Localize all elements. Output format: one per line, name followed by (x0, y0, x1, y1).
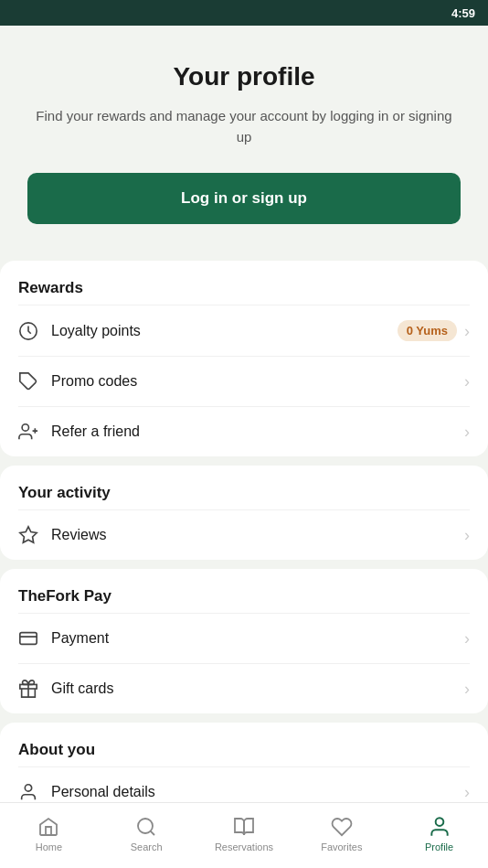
nav-item-home[interactable]: Home (0, 803, 98, 868)
payment-label: Payment (51, 630, 109, 647)
search-icon (134, 815, 158, 839)
svg-rect-6 (20, 633, 37, 645)
refer-friend-label: Refer a friend (51, 423, 140, 440)
thefork-pay-card: TheFork Pay Payment › (0, 569, 488, 713)
reviews-label: Reviews (51, 527, 106, 543)
nav-item-favorites[interactable]: Favorites (292, 803, 390, 868)
content-scroll: Your profile Find your rewards and manag… (0, 26, 488, 868)
hero-subtitle: Find your rewards and manage your accoun… (27, 106, 461, 147)
home-icon (37, 815, 60, 839)
search-nav-label: Search (131, 841, 163, 852)
reviews-icon (18, 525, 38, 545)
home-nav-label: Home (36, 841, 62, 852)
yums-badge: 0 Yums (398, 320, 457, 341)
promo-codes-item[interactable]: Promo codes › (18, 356, 470, 406)
profile-icon (428, 815, 451, 839)
gift-icon (18, 679, 38, 699)
reservations-nav-label: Reservations (215, 841, 273, 852)
reviews-item[interactable]: Reviews › (18, 509, 470, 560)
svg-point-2 (22, 424, 28, 431)
nav-item-profile[interactable]: Profile (390, 803, 488, 868)
rewards-section-label: Rewards (18, 261, 470, 305)
personal-details-label: Personal details (51, 784, 155, 800)
person-icon (18, 782, 38, 802)
loyalty-points-label: Loyalty points (51, 323, 141, 339)
svg-point-11 (138, 819, 153, 833)
login-signup-button[interactable]: Log in or sign up (27, 173, 461, 224)
nav-item-search[interactable]: Search (98, 803, 196, 868)
payment-item[interactable]: Payment › (18, 613, 470, 663)
gift-cards-item[interactable]: Gift cards › (18, 663, 470, 713)
refer-chevron-icon: › (464, 423, 470, 440)
reviews-chevron-icon: › (464, 527, 470, 543)
svg-point-10 (25, 785, 31, 791)
hero-section: Your profile Find your rewards and manag… (0, 26, 488, 252)
refer-friend-item[interactable]: Refer a friend › (18, 406, 470, 456)
status-bar: 4:59 (0, 0, 488, 26)
activity-section-label: Your activity (18, 466, 470, 509)
status-time: 4:59 (451, 6, 475, 20)
reservations-icon (232, 815, 256, 839)
payment-icon (18, 628, 38, 648)
favorites-icon (330, 815, 354, 839)
promo-icon (18, 371, 38, 391)
personal-details-chevron-icon: › (464, 784, 470, 800)
profile-nav-label: Profile (425, 841, 453, 852)
gift-chevron-icon: › (464, 680, 470, 697)
gift-cards-label: Gift cards (51, 680, 113, 697)
bottom-nav: Home Search Reservations Favorites (0, 802, 488, 868)
payment-chevron-icon: › (464, 630, 470, 647)
svg-point-13 (435, 818, 443, 826)
loyalty-icon (18, 321, 38, 341)
svg-line-12 (151, 831, 154, 835)
rewards-card: Rewards Loyalty points 0 Yums › (0, 261, 488, 456)
activity-card: Your activity Reviews › (0, 466, 488, 560)
promo-chevron-icon: › (464, 373, 470, 390)
promo-codes-label: Promo codes (51, 373, 137, 390)
svg-marker-5 (20, 527, 37, 542)
thefork-pay-label: TheFork Pay (18, 569, 470, 613)
favorites-nav-label: Favorites (321, 841, 362, 852)
refer-icon (18, 422, 38, 442)
page-title: Your profile (27, 62, 461, 91)
loyalty-chevron-icon: › (464, 323, 470, 339)
about-you-label: About you (18, 723, 470, 766)
loyalty-points-item[interactable]: Loyalty points 0 Yums › (18, 305, 470, 356)
nav-item-reservations[interactable]: Reservations (196, 803, 293, 868)
